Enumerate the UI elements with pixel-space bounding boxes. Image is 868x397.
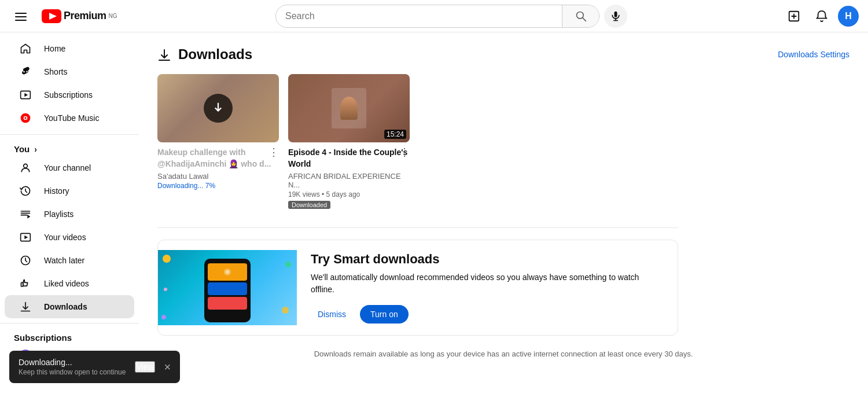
content-divider <box>157 227 678 228</box>
toast-view-button[interactable]: View <box>135 361 155 373</box>
smart-downloads-description: We'll automatically download recommended… <box>311 271 664 296</box>
create-icon <box>788 9 800 23</box>
sidebar-item-playlists-label: Playlists <box>44 209 73 219</box>
downloaded-badge: Downloaded <box>288 201 330 209</box>
you-section-header[interactable]: You › <box>0 139 139 156</box>
sidebar-item-youtube-music-label: YouTube Music <box>44 113 99 123</box>
logo-ng-badge: NG <box>109 13 117 19</box>
video-thumb-1 <box>157 74 279 142</box>
sidebar-item-downloads[interactable]: Downloads <box>5 295 134 318</box>
logo[interactable]: PremiumNG <box>42 9 117 23</box>
dismiss-button[interactable]: Dismiss <box>311 305 353 324</box>
user-avatar-button[interactable]: H <box>838 6 859 27</box>
decorative-dot-5 <box>164 288 167 291</box>
decorative-dot-2 <box>285 262 291 267</box>
video-options-button-2[interactable]: ⋮ <box>399 147 410 157</box>
bell-icon <box>815 9 828 23</box>
sidebar-item-downloads-label: Downloads <box>44 302 87 311</box>
smart-downloads-content: Try Smart downloads We'll automatically … <box>297 240 678 335</box>
video-info-2: ⋮ Episode 4 - Inside the Couple's World … <box>288 142 410 214</box>
svg-rect-0 <box>15 13 27 14</box>
video-person-silhouette <box>332 88 366 128</box>
youtube-logo-icon <box>42 9 61 23</box>
sidebar-item-your-channel-label: Your channel <box>44 163 91 172</box>
sidebar-item-playlists[interactable]: Playlists <box>5 203 134 226</box>
watch-later-icon <box>19 255 32 266</box>
svg-marker-24 <box>24 236 28 240</box>
downloads-page-icon <box>157 47 171 62</box>
svg-point-18 <box>24 164 28 168</box>
toast-close-button[interactable]: × <box>164 361 171 374</box>
download-progress-overlay <box>204 94 233 123</box>
video-downloading-status-1: Downloading... 7% <box>157 182 279 190</box>
sidebar-item-watch-later[interactable]: Watch later <box>5 249 134 272</box>
decorative-dot-1 <box>163 255 171 263</box>
video-title-1: Makeup challenge with @KhadijaAminchi 🧕 … <box>157 147 279 170</box>
shorts-icon <box>19 66 32 78</box>
header-left: PremiumNG <box>9 5 137 28</box>
search-button[interactable] <box>562 5 599 28</box>
toast-subtitle: Keep this window open to continue <box>19 368 126 376</box>
svg-rect-26 <box>21 282 23 286</box>
smart-downloads-actions: Dismiss Turn on <box>311 305 664 324</box>
smart-downloads-card: Try Smart downloads We'll automatically … <box>157 240 678 336</box>
header-right: H <box>766 5 859 28</box>
video-options-button-1[interactable]: ⋮ <box>269 147 279 157</box>
mic-icon <box>610 10 621 22</box>
svg-point-30 <box>226 270 229 274</box>
sidebar-item-youtube-music[interactable]: YouTube Music <box>5 106 134 130</box>
page-title-row: Downloads Downloads Settings <box>157 46 849 63</box>
sidebar-item-your-videos-label: Your videos <box>44 233 86 242</box>
video-thumb-2: 15:24 <box>288 74 410 142</box>
svg-point-17 <box>24 117 26 119</box>
nav-divider-2 <box>0 323 139 324</box>
playlists-icon <box>19 208 32 220</box>
svg-rect-1 <box>15 16 27 17</box>
sidebar-item-your-channel[interactable]: Your channel <box>5 156 134 179</box>
sidebar-item-home[interactable]: Home <box>5 37 134 60</box>
hamburger-icon <box>15 9 27 23</box>
main-content: Downloads Downloads Settings ⋮ Makeup ch… <box>139 32 868 397</box>
phone-thumb-3 <box>208 297 247 310</box>
downloads-icon <box>19 301 32 313</box>
sidebar-item-shorts-label: Shorts <box>44 67 67 76</box>
mic-button[interactable] <box>604 5 627 28</box>
your-videos-icon <box>19 231 32 243</box>
sidebar-item-liked-videos[interactable]: Liked videos <box>5 272 134 295</box>
sidebar-item-history[interactable]: History <box>5 179 134 203</box>
svg-rect-2 <box>15 20 27 21</box>
toast-content: Downloading... Keep this window open to … <box>19 358 126 376</box>
svg-line-6 <box>582 17 585 20</box>
sidebar-item-subscriptions[interactable]: Subscriptions <box>5 83 134 106</box>
sidebar-item-shorts[interactable]: Shorts <box>5 60 134 83</box>
page-title: Downloads <box>178 46 252 63</box>
video-card-2[interactable]: 15:24 ⋮ Episode 4 - Inside the Couple's … <box>288 74 410 214</box>
header-center <box>137 5 766 28</box>
sidebar-item-your-videos[interactable]: Your videos <box>5 226 134 249</box>
downloads-settings-link[interactable]: Downloads Settings <box>778 50 849 59</box>
toast-title: Downloading... <box>19 358 126 367</box>
video-card-1[interactable]: ⋮ Makeup challenge with @KhadijaAminchi … <box>157 74 279 214</box>
search-input[interactable] <box>276 11 562 21</box>
logo-premium-text: Premium <box>64 10 106 22</box>
sidebar: Home Shorts Subscriptions YouTube Music … <box>0 32 139 397</box>
home-icon <box>19 43 32 54</box>
history-icon <box>19 185 32 197</box>
svg-rect-7 <box>615 11 617 17</box>
phone-thumb-1 <box>208 263 247 281</box>
smart-downloads-title: Try Smart downloads <box>311 252 664 267</box>
notifications-button[interactable] <box>810 5 833 28</box>
channel-icon <box>19 162 32 174</box>
svg-marker-14 <box>24 93 28 97</box>
turn-on-button[interactable]: Turn on <box>360 305 409 324</box>
phone-thumb-2 <box>208 282 247 295</box>
video-meta-2: 19K views • 5 days ago <box>288 190 410 198</box>
video-duration-2: 15:24 <box>384 130 406 139</box>
nav-divider-1 <box>0 134 139 135</box>
sidebar-item-liked-videos-label: Liked videos <box>44 279 89 288</box>
create-button[interactable] <box>782 5 806 28</box>
you-label: You <box>14 144 30 154</box>
video-info-1: ⋮ Makeup challenge with @KhadijaAminchi … <box>157 142 279 194</box>
hamburger-menu-button[interactable] <box>9 5 32 28</box>
chevron-right-icon: › <box>34 145 37 154</box>
